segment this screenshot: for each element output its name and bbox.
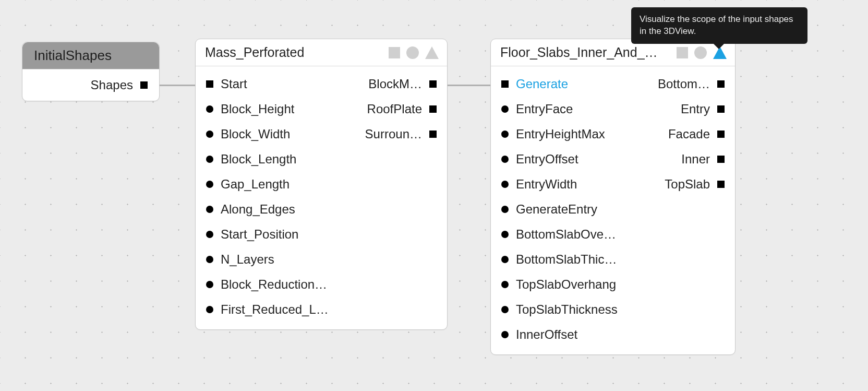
port-handle-icon[interactable] (206, 281, 213, 288)
port-handle-icon[interactable] (429, 131, 437, 138)
port-label: BlockM… (368, 77, 422, 91)
input-port[interactable]: GenerateEntry (491, 197, 637, 222)
port-handle-icon[interactable] (717, 156, 725, 163)
node-mass-perforated[interactable]: Mass_Perforated Start Block_Height Block… (195, 39, 448, 330)
input-port[interactable]: InnerOffset (491, 322, 637, 347)
port-label: InnerOffset (516, 327, 577, 342)
port-handle-icon[interactable] (206, 206, 213, 213)
port-label: Block_Reduction… (221, 277, 327, 292)
node-header[interactable]: Mass_Perforated (196, 39, 447, 66)
visualize-square-icon[interactable] (389, 47, 400, 58)
port-handle-icon[interactable] (429, 80, 437, 88)
port-label: Block_Width (221, 127, 290, 141)
input-port[interactable]: Block_Reduction… (196, 272, 347, 297)
port-handle-icon[interactable] (429, 105, 437, 113)
output-port[interactable]: Inner (637, 147, 735, 172)
port-handle-icon[interactable] (206, 231, 213, 238)
port-handle-icon[interactable] (501, 206, 509, 213)
port-label: Facade (668, 127, 710, 141)
port-label: Block_Height (221, 102, 294, 116)
port-handle-icon[interactable] (501, 181, 509, 188)
port-label: RoofPlate (367, 102, 422, 116)
node-title: InitialShapes (32, 48, 112, 64)
port-label: TopSlabOverhang (516, 277, 616, 292)
input-port[interactable]: Gap_Length (196, 172, 347, 197)
port-label: BottomSlabOve… (516, 227, 616, 242)
input-port[interactable]: EntryOffset (491, 147, 637, 172)
output-port[interactable]: Entry (637, 97, 735, 122)
port-label: Start (221, 77, 247, 91)
input-port[interactable]: N_Layers (196, 247, 347, 272)
output-port[interactable]: BlockM… (347, 72, 447, 97)
port-label: GenerateEntry (516, 202, 597, 217)
port-handle-icon[interactable] (501, 281, 509, 288)
port-handle-icon[interactable] (206, 181, 213, 188)
port-handle-icon[interactable] (206, 131, 213, 138)
output-port[interactable]: Shapes (56, 69, 159, 101)
visualize-square-icon[interactable] (677, 47, 688, 58)
input-port[interactable]: Start (196, 72, 347, 97)
port-handle-icon[interactable] (501, 156, 509, 163)
port-label: EntryFace (516, 102, 573, 116)
input-port[interactable]: BottomSlabOve… (491, 222, 637, 247)
input-port[interactable]: EntryWidth (491, 172, 637, 197)
port-handle-icon[interactable] (501, 231, 509, 238)
port-label: Bottom… (658, 77, 710, 91)
input-port[interactable]: EntryHeightMax (491, 122, 637, 147)
output-port[interactable]: Surroun… (347, 122, 447, 147)
port-handle-icon[interactable] (501, 331, 509, 338)
port-handle-icon[interactable] (501, 256, 509, 263)
input-port[interactable]: Start_Position (196, 222, 347, 247)
port-label: First_Reduced_L… (221, 302, 329, 317)
node-title: Mass_Perforated (205, 45, 304, 60)
port-label: Start_Position (221, 227, 298, 242)
port-handle-icon[interactable] (206, 156, 213, 163)
port-handle-icon[interactable] (501, 306, 509, 313)
port-handle-icon[interactable] (717, 131, 725, 138)
port-label: Shapes (91, 78, 133, 92)
port-label: Inner (681, 152, 710, 167)
port-label: EntryHeightMax (516, 127, 605, 141)
input-port[interactable]: TopSlabThickness (491, 297, 637, 322)
node-floor-slabs[interactable]: Floor_Slabs_Inner_And_… Generate EntryFa… (490, 39, 736, 355)
port-handle-icon[interactable] (501, 105, 509, 113)
port-handle-icon[interactable] (501, 80, 509, 88)
output-port[interactable]: TopSlab (637, 172, 735, 197)
port-handle-icon[interactable] (501, 131, 509, 138)
port-label: TopSlabThickness (516, 302, 618, 317)
port-label: Generate (516, 77, 568, 91)
port-handle-icon[interactable] (206, 256, 213, 263)
node-initial-shapes[interactable]: InitialShapes Shapes (22, 42, 160, 101)
input-port[interactable]: Block_Height (196, 97, 347, 122)
port-label: EntryOffset (516, 152, 578, 167)
input-port[interactable]: Along_Edges (196, 197, 347, 222)
node-header[interactable]: InitialShapes (22, 42, 159, 69)
edge (440, 85, 497, 86)
port-handle-icon[interactable] (717, 80, 725, 88)
port-handle-icon[interactable] (717, 105, 725, 113)
input-port[interactable]: Block_Width (196, 122, 347, 147)
port-label: Entry (681, 102, 710, 116)
input-port[interactable]: BottomSlabThic… (491, 247, 637, 272)
visualize-triangle-icon[interactable] (425, 46, 439, 59)
input-port[interactable]: Block_Length (196, 147, 347, 172)
port-handle-icon[interactable] (717, 181, 725, 188)
port-label: EntryWidth (516, 177, 577, 192)
input-port[interactable]: Generate (491, 72, 637, 97)
port-handle-icon[interactable] (206, 80, 213, 88)
input-port[interactable]: First_Reduced_L… (196, 297, 347, 322)
port-label: N_Layers (221, 252, 274, 267)
port-handle-icon[interactable] (206, 105, 213, 113)
port-handle-icon[interactable] (140, 81, 148, 89)
output-port[interactable]: RoofPlate (347, 97, 447, 122)
output-port[interactable]: Bottom… (637, 72, 735, 97)
port-label: Surroun… (365, 127, 422, 141)
visualize-circle-icon[interactable] (694, 46, 707, 59)
node-title: Floor_Slabs_Inner_And_… (500, 45, 658, 60)
input-port[interactable]: EntryFace (491, 97, 637, 122)
input-port[interactable]: TopSlabOverhang (491, 272, 637, 297)
output-port[interactable]: Facade (637, 122, 735, 147)
port-handle-icon[interactable] (206, 306, 213, 313)
visualize-circle-icon[interactable] (406, 46, 419, 59)
port-label: Along_Edges (221, 202, 295, 217)
